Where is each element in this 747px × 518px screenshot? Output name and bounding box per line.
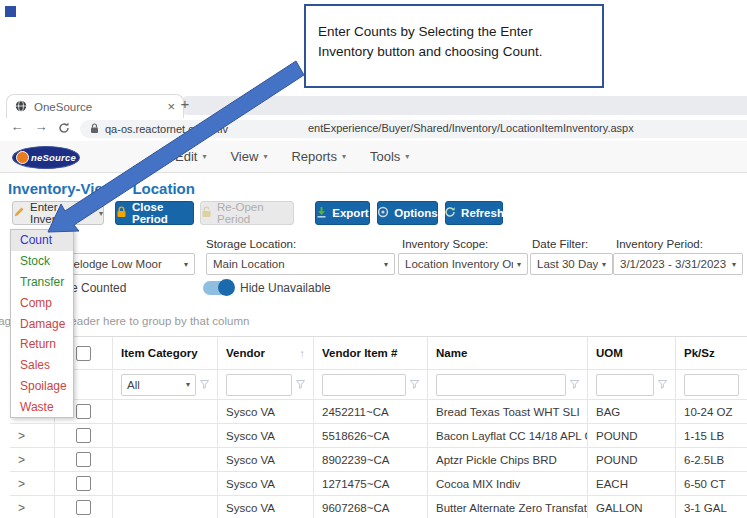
table-row[interactable]: > Sysco VA 1271475~CA Cocoa MIX Indiv EA… bbox=[10, 472, 747, 496]
menu-item-stock[interactable]: Stock bbox=[11, 251, 73, 272]
export-button[interactable]: Export bbox=[315, 201, 370, 225]
screenshot-root: { "callout": { "text": "Enter Counts by … bbox=[0, 0, 747, 518]
logo-text: neSource bbox=[31, 152, 76, 163]
storage-location-select[interactable]: Main Location▾ bbox=[206, 253, 395, 275]
inventory-scope-select[interactable]: Location Inventory Only▾ bbox=[398, 253, 528, 275]
deco-square bbox=[5, 6, 16, 17]
col-item-category[interactable]: Item Category bbox=[113, 337, 218, 370]
filter-name-cell bbox=[428, 370, 588, 400]
pksz-filter-input[interactable] bbox=[684, 374, 739, 396]
favicon-globe-icon bbox=[15, 98, 27, 116]
back-icon[interactable]: ← bbox=[8, 119, 26, 134]
date-filter-select[interactable]: Last 30 Days▾ bbox=[530, 253, 613, 275]
chevron-down-icon: ▾ bbox=[602, 260, 606, 269]
row-checkbox[interactable] bbox=[76, 404, 91, 419]
close-period-button[interactable]: Close Period bbox=[115, 201, 194, 225]
row-checkbox[interactable] bbox=[76, 476, 91, 491]
menu-item-sales[interactable]: Sales bbox=[11, 355, 73, 376]
expand-row-icon[interactable]: > bbox=[18, 429, 25, 443]
enter-inventory-menu: Count Stock Transfer Comp Damage Return … bbox=[10, 229, 74, 418]
menu-item-spoilage[interactable]: Spoilage bbox=[11, 375, 73, 396]
filter-funnel-icon[interactable] bbox=[200, 379, 209, 391]
expand-row-icon[interactable]: > bbox=[18, 453, 25, 467]
reload-icon[interactable] bbox=[57, 121, 71, 139]
tab-strip-background bbox=[180, 96, 747, 115]
page-title: Inventory-ViewLocation bbox=[8, 180, 195, 197]
browser-tab-onesource[interactable]: OneSource × bbox=[6, 94, 184, 118]
export-download-icon bbox=[316, 206, 327, 220]
table-row[interactable]: > Sysco VA 8902239~CA Aptzr Pickle Chips… bbox=[10, 448, 747, 472]
options-button[interactable]: Options bbox=[377, 201, 438, 225]
filter-vendor-item-cell bbox=[314, 370, 428, 400]
reopen-period-button: Re-Open Period bbox=[200, 201, 294, 225]
close-tab-icon[interactable]: × bbox=[167, 99, 175, 114]
menu-item-count[interactable]: Count bbox=[11, 230, 73, 251]
filter-funnel-icon[interactable] bbox=[658, 379, 667, 391]
lock-icon bbox=[116, 206, 127, 220]
refresh-icon bbox=[444, 206, 456, 220]
expand-row-icon[interactable]: > bbox=[18, 501, 25, 515]
menu-edit[interactable]: Edit▾ bbox=[175, 149, 206, 164]
lock-icon bbox=[90, 120, 99, 138]
filter-funnel-icon[interactable] bbox=[296, 379, 305, 391]
address-bar[interactable]: qa-os.reactornet.com/Riv entExperience/B… bbox=[80, 120, 747, 138]
app-menu-bar: Edit▾ View▾ Reports▾ Tools▾ bbox=[175, 149, 409, 164]
row-checkbox[interactable] bbox=[76, 500, 91, 515]
filter-item-category-cell: All▾ bbox=[113, 370, 218, 400]
refresh-button[interactable]: Refresh bbox=[445, 201, 503, 225]
url-text-continued: entExperience/Buyer/Shared/Inventory/Loc… bbox=[308, 122, 634, 134]
logo-o-icon bbox=[16, 151, 29, 164]
filter-funnel-icon[interactable] bbox=[570, 379, 579, 391]
col-name[interactable]: Name bbox=[428, 337, 588, 370]
inventory-period-select[interactable]: 3/1/2023 - 3/31/2023▾ bbox=[613, 253, 743, 275]
chevron-down-icon: ▾ bbox=[186, 380, 190, 389]
onesource-logo: neSource bbox=[12, 146, 80, 169]
menu-item-damage[interactable]: Damage bbox=[11, 313, 73, 334]
menu-item-return[interactable]: Return bbox=[11, 334, 73, 355]
menu-item-comp[interactable]: Comp bbox=[11, 292, 73, 313]
chevron-down-icon: ▾ bbox=[405, 152, 409, 161]
menu-reports[interactable]: Reports▾ bbox=[291, 149, 346, 164]
menu-item-waste[interactable]: Waste bbox=[11, 396, 73, 417]
select-all-checkbox[interactable] bbox=[76, 346, 91, 361]
expand-row-icon[interactable]: > bbox=[18, 477, 25, 491]
name-filter-input[interactable] bbox=[436, 374, 566, 396]
chevron-down-icon: ▾ bbox=[184, 260, 188, 269]
menu-item-transfer[interactable]: Transfer bbox=[11, 272, 73, 293]
enter-inventory-button[interactable]: Enter Inventory ▾ bbox=[12, 201, 104, 225]
table-row[interactable]: > Sysco VA 2452211~CA Bread Texas Toast … bbox=[10, 400, 747, 424]
col-pksz[interactable]: Pk/Sz bbox=[676, 337, 747, 370]
hide-unavailable-label: Hide Unavailable bbox=[240, 281, 331, 295]
inventory-scope-label: Inventory Scope: bbox=[402, 238, 488, 250]
col-vendor[interactable]: Vendor↑ bbox=[218, 337, 314, 370]
menu-tools[interactable]: Tools▾ bbox=[370, 149, 409, 164]
sort-asc-icon: ↑ bbox=[300, 347, 306, 359]
storage-location-label: Storage Location: bbox=[206, 238, 296, 250]
col-uom[interactable]: UOM bbox=[588, 337, 676, 370]
chevron-down-icon: ▾ bbox=[517, 260, 521, 269]
grid-filter-row: All▾ bbox=[10, 370, 747, 400]
table-row[interactable]: > Sysco VA 5518626~CA Bacon Layflat CC 1… bbox=[10, 424, 747, 448]
options-gear-icon bbox=[377, 206, 389, 220]
grid-header-row: Item Category Vendor↑ Vendor Item # Name… bbox=[10, 337, 747, 370]
vendor-filter-input[interactable] bbox=[226, 374, 292, 396]
vendor-item-filter-input[interactable] bbox=[322, 374, 406, 396]
row-checkbox[interactable] bbox=[76, 428, 91, 443]
url-text: qa-os.reactornet.com/Riv bbox=[105, 123, 228, 135]
new-tab-button[interactable]: + bbox=[176, 95, 194, 113]
uom-filter-input[interactable] bbox=[596, 374, 654, 396]
hide-unavailable-toggle[interactable] bbox=[203, 281, 233, 295]
forward-icon[interactable]: → bbox=[32, 119, 50, 134]
chevron-down-icon: ▾ bbox=[732, 260, 736, 269]
col-vendor-item[interactable]: Vendor Item # bbox=[314, 337, 428, 370]
table-row[interactable]: > Sysco VA 9607268~CA Butter Alternate Z… bbox=[10, 496, 747, 518]
filter-funnel-icon[interactable] bbox=[410, 379, 419, 391]
chevron-down-icon: ▾ bbox=[263, 152, 267, 161]
item-category-filter-select[interactable]: All▾ bbox=[121, 374, 196, 396]
inventory-grid: Item Category Vendor↑ Vendor Item # Name… bbox=[10, 336, 747, 518]
filter-pksz-cell bbox=[676, 370, 747, 400]
chevron-down-icon: ▾ bbox=[384, 260, 388, 269]
row-checkbox[interactable] bbox=[76, 452, 91, 467]
menu-view[interactable]: View▾ bbox=[230, 149, 267, 164]
filter-uom-cell bbox=[588, 370, 676, 400]
